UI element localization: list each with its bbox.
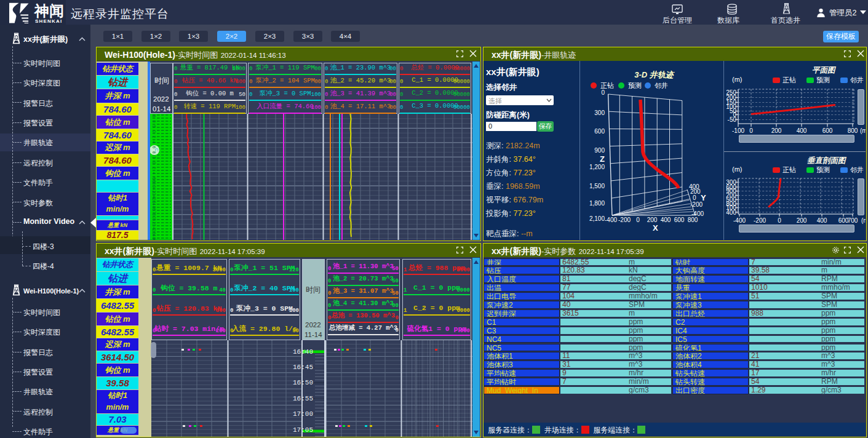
- svg-text:600: 600: [674, 217, 685, 223]
- svg-text:400: 400: [797, 127, 807, 134]
- svg-text:200: 200: [797, 217, 807, 224]
- svg-text:0: 0: [693, 194, 696, 201]
- svg-text:1,200: 1,200: [589, 164, 605, 170]
- svg-text:-400: -400: [691, 210, 704, 217]
- svg-text:0: 0: [749, 127, 753, 134]
- svg-text:Y: Y: [701, 193, 706, 202]
- svg-text:200: 200: [647, 217, 658, 223]
- svg-text:400: 400: [817, 217, 827, 224]
- svg-text:300: 300: [594, 110, 605, 116]
- svg-text:邻井: 邻井: [655, 82, 668, 89]
- svg-text:1,500: 1,500: [589, 183, 605, 189]
- svg-text:-100: -100: [732, 127, 744, 134]
- svg-text:400: 400: [661, 217, 671, 223]
- svg-text:0: 0: [778, 217, 781, 224]
- svg-text:0: 0: [601, 89, 605, 96]
- svg-text:900: 900: [594, 147, 605, 154]
- svg-text:200: 200: [771, 127, 782, 134]
- svg-text:预测: 预测: [628, 82, 642, 89]
- svg-text:6 0 2 4 6 8 7 0 2 4 6 8 8 0 2: 6 0 2 4 6 8 7 0 2 4 6 8 8 0 2 4 6: [152, 180, 156, 240]
- svg-text:700: 700: [848, 217, 858, 224]
- svg-text:600: 600: [594, 128, 605, 135]
- svg-text:2400: 2400: [726, 209, 736, 216]
- svg-text:3-D 井轨迹: 3-D 井轨迹: [634, 70, 675, 79]
- svg-text:2,100: 2,100: [589, 215, 605, 222]
- svg-text:Z: Z: [600, 154, 605, 164]
- svg-text:600: 600: [822, 127, 833, 134]
- svg-text:-200: -200: [754, 217, 766, 224]
- svg-text:(m): (m): [861, 217, 866, 224]
- svg-text:800: 800: [688, 217, 698, 223]
- svg-text:X: X: [653, 223, 658, 233]
- svg-text:-200: -200: [618, 217, 631, 223]
- svg-text:正钻: 正钻: [600, 82, 614, 89]
- svg-text:800: 800: [848, 127, 858, 134]
- svg-text:(m): (m): [860, 127, 866, 134]
- svg-text:-400: -400: [605, 217, 617, 223]
- svg-text:-400: -400: [733, 217, 746, 224]
- svg-text:0: 0: [636, 217, 640, 223]
- svg-text:1,800: 1,800: [589, 200, 605, 207]
